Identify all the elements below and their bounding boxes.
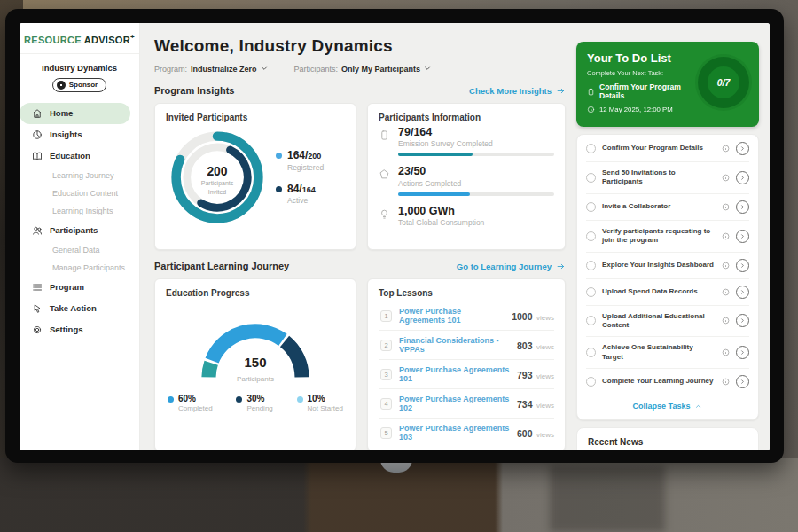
task-checkbox[interactable]	[586, 287, 596, 297]
lesson-views-label: views	[536, 314, 554, 322]
lesson-row[interactable]: 5 Power Purchase Agreements 103 600 view…	[379, 419, 554, 447]
collapse-tasks-link[interactable]: Collapse Tasks	[586, 395, 749, 419]
bulb-icon	[379, 205, 390, 231]
info-icon[interactable]	[722, 317, 730, 325]
task-row[interactable]: Upload Spend Data Records	[586, 279, 749, 306]
lesson-title-link[interactable]: Power Purchase Agreements 101	[399, 365, 510, 383]
participants-dropdown[interactable]: Participants: Only My Participants	[294, 65, 432, 74]
task-checkbox[interactable]	[586, 377, 596, 387]
info-icon[interactable]	[722, 378, 730, 386]
task-go-button[interactable]	[736, 200, 749, 214]
task-go-button[interactable]	[736, 286, 749, 299]
lesson-title-link[interactable]: Power Purchase Agreements 103	[399, 424, 510, 442]
task-row[interactable]: Invite a Collaborator	[586, 194, 749, 221]
task-row[interactable]: Verify participants requesting to join t…	[586, 221, 749, 253]
task-checkbox[interactable]	[586, 316, 596, 325]
task-checkbox[interactable]	[586, 202, 596, 212]
info-icon[interactable]	[722, 145, 730, 153]
lesson-title-link[interactable]: Power Purchase Agreements 102	[399, 395, 510, 412]
sidebar-item-label: Home	[50, 108, 73, 118]
legend-value: 10%	[308, 394, 343, 404]
task-checkbox[interactable]	[586, 173, 596, 183]
task-row[interactable]: Confirm Your Program Details	[586, 136, 749, 162]
info-icon[interactable]	[722, 288, 730, 296]
task-go-button[interactable]	[736, 314, 749, 327]
survey-icon	[379, 126, 390, 156]
participants-label: Participants:	[294, 65, 339, 74]
task-checkbox[interactable]	[586, 144, 596, 153]
task-row[interactable]: Explore Your Insights Dashboard	[586, 253, 749, 279]
info-icon[interactable]	[722, 174, 730, 182]
program-label: Program:	[154, 65, 187, 74]
task-label: Upload Additional Educational Content	[602, 312, 716, 331]
sidebar-item-take-action[interactable]: Take Action	[20, 298, 139, 319]
task-go-button[interactable]	[736, 346, 749, 359]
legend-item-registered: 164/200 Registered	[276, 150, 324, 171]
sidebar-item-participants[interactable]: Participants	[20, 220, 139, 241]
info-icon[interactable]	[722, 203, 730, 211]
filters-row: Program: Industrialize Zero Participants…	[154, 65, 566, 74]
task-label: Achieve One Sustainability Target	[602, 343, 716, 362]
learning-journey-header: Participant Learning Journey Go to Learn…	[154, 261, 566, 271]
task-go-button[interactable]	[736, 171, 749, 184]
arrow-right-icon	[556, 87, 566, 95]
task-row[interactable]: Achieve One Sustainability Target	[586, 337, 749, 369]
todo-due-label: 12 May 2025, 12:00 PM	[599, 106, 673, 113]
go-to-learning-journey-link[interactable]: Go to Learning Journey	[457, 262, 566, 271]
task-label: Upload Spend Data Records	[602, 287, 716, 296]
donut-center-label-1: Participants	[201, 180, 234, 187]
todo-tasks-card: Confirm Your Program Details Send 50 Inv…	[576, 134, 759, 420]
task-go-button[interactable]	[736, 259, 749, 272]
task-go-button[interactable]	[736, 375, 749, 388]
sidebar-item-education-content[interactable]: Education Content	[20, 184, 139, 202]
sidebar-item-program[interactable]: Program	[20, 277, 139, 298]
legend-label: Registered	[287, 163, 324, 172]
sidebar-item-general-data[interactable]: General Data	[20, 241, 139, 259]
sidebar-item-home[interactable]: Home	[20, 103, 130, 124]
sidebar-item-learning-insights[interactable]: Learning Insights	[20, 202, 139, 220]
todo-progress-ring: 0/7	[698, 57, 749, 108]
education-progress-card: Education Progress 150 Participants	[154, 278, 356, 450]
task-checkbox[interactable]	[586, 261, 596, 270]
sidebar-item-label: Education	[50, 151, 90, 160]
task-row[interactable]: Upload Additional Educational Content	[586, 306, 749, 338]
donut-center-value: 200	[207, 164, 227, 178]
chevron-down-icon	[424, 65, 431, 74]
info-icon[interactable]	[722, 262, 730, 270]
stat-label: Total Global Consumption	[398, 218, 554, 227]
task-go-button[interactable]	[736, 142, 749, 155]
sidebar-item-settings[interactable]: Settings	[20, 319, 139, 340]
link-label: Check More Insights	[469, 86, 552, 96]
lesson-rank: 4	[380, 398, 392, 410]
sidebar-item-learning-journey[interactable]: Learning Journey	[20, 167, 139, 184]
sidebar-item-label: Insights	[50, 129, 82, 139]
lesson-row[interactable]: 3 Power Purchase Agreements 101 793 view…	[379, 360, 554, 389]
task-go-button[interactable]	[736, 230, 749, 243]
task-checkbox[interactable]	[586, 348, 596, 357]
task-row[interactable]: Complete Your Learning Journey	[586, 369, 749, 395]
lesson-rank: 3	[380, 369, 392, 380]
program-dropdown[interactable]: Program: Industrialize Zero	[154, 65, 268, 74]
task-label: Explore Your Insights Dashboard	[602, 261, 716, 270]
gauge-legend: 60% Completed 30% Pending 10% Not Starte…	[166, 388, 345, 412]
lesson-row[interactable]: 1 Power Purchase Agreements 101 1000 vie…	[379, 301, 554, 331]
card-title: Invited Participants	[166, 113, 345, 122]
check-more-insights-link[interactable]: Check More Insights	[469, 86, 566, 96]
lesson-title-link[interactable]: Power Purchase Agreements 101	[399, 307, 505, 325]
sidebar: RESOURCE ADVISOR+ Industry Dynamics Spon…	[20, 23, 140, 450]
lesson-row[interactable]: 4 Power Purchase Agreements 102 734 view…	[379, 389, 554, 419]
lesson-title-link[interactable]: Financial Considerations - VPPAs	[399, 336, 510, 354]
sidebar-item-manage-participants[interactable]: Manage Participants	[20, 259, 139, 277]
task-checkbox[interactable]	[586, 231, 596, 241]
info-icon[interactable]	[722, 348, 730, 356]
lesson-row[interactable]: 2 Financial Considerations - VPPAs 803 v…	[379, 331, 554, 360]
chevron-up-icon	[694, 403, 702, 410]
sidebar-item-education[interactable]: Education	[20, 145, 139, 167]
legend-value-sub: 200	[308, 152, 321, 160]
info-icon[interactable]	[722, 232, 730, 240]
sidebar-item-insights[interactable]: Insights	[20, 124, 139, 145]
recent-news-card: Recent News	[576, 427, 759, 450]
task-row[interactable]: Send 50 Invitations to Participants	[586, 162, 749, 194]
todo-next-task[interactable]: Confirm Your Program Details	[587, 82, 699, 101]
stat-value: 79/164	[398, 126, 554, 138]
